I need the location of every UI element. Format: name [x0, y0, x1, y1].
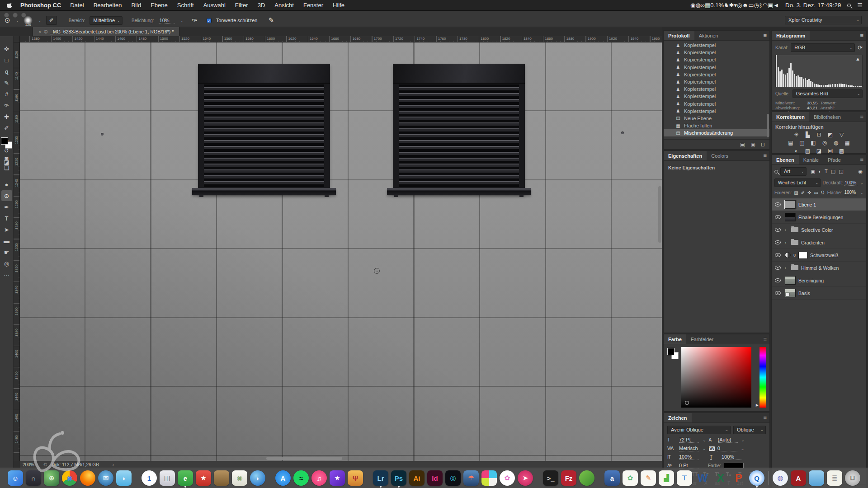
filter-type-layers-icon[interactable]: T	[825, 169, 828, 174]
menu-item[interactable]: Hilfe	[333, 2, 344, 9]
filter-pixel-layers-icon[interactable]: ▣	[811, 169, 815, 174]
layer-name[interactable]: Schwarzweiß	[810, 253, 838, 258]
layer-name[interactable]: Basis	[798, 291, 810, 296]
layer-name[interactable]: Gradienten	[801, 240, 825, 245]
history-state-row[interactable]: ♟ Kopierstempel	[664, 42, 769, 49]
mindnode[interactable]: ✿	[621, 469, 639, 487]
layer-visibility-icon[interactable]	[775, 240, 781, 244]
history-state-row[interactable]: ♟ Kopierstempel	[664, 100, 769, 108]
foreground-background-colors[interactable]	[1, 137, 13, 151]
layer-visibility-icon[interactable]	[775, 228, 781, 232]
terminal[interactable]: >_	[542, 469, 560, 487]
tab-aktionen[interactable]: Aktionen	[694, 31, 723, 40]
history-state-row[interactable]: ▤ Neue Ebene	[664, 115, 769, 122]
filter-shape-layers-icon[interactable]: ▢	[831, 169, 835, 174]
layer-thumbnail[interactable]	[785, 289, 796, 297]
layer-thumbnail[interactable]	[785, 276, 796, 285]
history-scrollbar[interactable]	[767, 114, 769, 137]
menu-item[interactable]: Schrift	[177, 2, 194, 9]
gradient-map-icon[interactable]: ⋈	[827, 148, 834, 154]
brush-panel-toggle-icon[interactable]: ✐	[46, 16, 57, 25]
leather-folder[interactable]	[212, 469, 231, 487]
twitterrific[interactable]: ◗	[115, 469, 133, 487]
quick-selection-tool[interactable]: ✎	[1, 77, 12, 88]
numbers[interactable]: ▟	[657, 469, 675, 487]
vault-app[interactable]: ◫	[158, 469, 176, 487]
history-state-row[interactable]: ♟ Kopierstempel	[664, 56, 769, 63]
trash[interactable]: ⊔	[844, 469, 862, 487]
layer-visibility-icon[interactable]	[775, 278, 781, 282]
layer-visibility-icon[interactable]	[775, 266, 781, 270]
imovie[interactable]: ★	[328, 469, 346, 487]
1password[interactable]: 1	[140, 469, 158, 487]
map-document[interactable]: ◉	[231, 469, 249, 487]
vibrance-icon[interactable]: ▽	[838, 131, 845, 138]
layer-row[interactable]: › Himmel & Wolken	[772, 262, 866, 274]
panel-color-swatches[interactable]	[667, 348, 679, 360]
quelle-select[interactable]: Gesamtes Bild	[793, 89, 863, 98]
app-menu-title[interactable]: Photoshop CC	[20, 2, 61, 9]
pressure-icon[interactable]: ✎	[268, 16, 274, 24]
layer-row[interactable]: Finale Bereinigungen	[772, 211, 866, 224]
tab-protokoll[interactable]: Protokoll	[664, 31, 694, 40]
input-icon[interactable]: ▣	[768, 2, 773, 9]
tracking-value[interactable]: 0	[717, 446, 737, 451]
layer-thumbnail[interactable]	[785, 213, 796, 221]
wunderlist[interactable]: ★	[194, 469, 212, 487]
evernote-icon[interactable]: ♞	[724, 2, 729, 9]
send-app[interactable]: ➤	[516, 469, 534, 487]
pen-tool[interactable]: ✒	[1, 202, 12, 212]
edit-toolbar[interactable]: ⋯	[1, 269, 12, 280]
marquee-tool[interactable]: □	[1, 55, 12, 66]
kerning-value[interactable]: Metrisch	[679, 446, 699, 451]
panel-menu-icon[interactable]: ≡	[860, 113, 863, 120]
finder[interactable]: ☺	[6, 469, 24, 487]
menu-bar-clock[interactable]: Do. 3. Dez. 17:49:29	[785, 2, 841, 9]
lock-paint-icon[interactable]: ✐	[801, 190, 805, 195]
move-tool[interactable]: ✜	[1, 43, 12, 54]
hand-tool[interactable]: ☛	[1, 247, 12, 258]
ruler-origin[interactable]	[14, 36, 20, 42]
lightroom[interactable]: Lr	[372, 469, 390, 487]
dodge-tool[interactable]: ⊙	[1, 190, 12, 201]
vertical-scale-value[interactable]: 100%	[679, 454, 699, 460]
layer-name[interactable]: Finale Bereinigungen	[798, 215, 843, 220]
brightness-contrast-icon[interactable]: ☀	[793, 131, 800, 138]
photo-filter-icon[interactable]: ◎	[821, 140, 828, 146]
close-tab-icon[interactable]: ×	[38, 29, 41, 34]
panel-menu-icon[interactable]: ≡	[763, 336, 767, 343]
belichtung-value[interactable]: 10%	[159, 18, 175, 23]
flaeche-value[interactable]: 100%	[844, 190, 857, 195]
layer-row[interactable]: › Gradienten	[772, 236, 866, 249]
tab-farbe[interactable]: Farbe	[664, 334, 686, 344]
posterize-icon[interactable]: ▨	[804, 148, 811, 154]
eyedropper-tool[interactable]: ✑	[1, 100, 12, 111]
lock-position-icon[interactable]: ✜	[807, 190, 811, 195]
utility-app[interactable]: ∩	[24, 469, 42, 487]
google-earth[interactable]: ◗	[249, 469, 267, 487]
alert-icon[interactable]: ◍	[695, 2, 700, 9]
history-state-row[interactable]: ♟ Kopierstempel	[664, 78, 769, 85]
crop-tool[interactable]: #	[1, 89, 12, 99]
tonwerte-checkbox[interactable]: ✓	[207, 18, 212, 23]
tab-ebenen[interactable]: Ebenen	[772, 155, 799, 164]
font-size-value[interactable]: 72 Pt	[679, 437, 699, 443]
saturation-field[interactable]	[681, 347, 751, 408]
document-tab[interactable]: × © _MG_6283-Bearbeitet.psd bei 200% (Eb…	[33, 27, 179, 36]
bereich-select[interactable]: Mitteltöne	[90, 16, 123, 25]
new-doc-from-state-icon[interactable]: ▣	[740, 141, 745, 148]
panel-menu-icon[interactable]: ≡	[763, 414, 767, 421]
status-expand-icon[interactable]: ›	[113, 462, 114, 467]
lock-transparency-icon[interactable]: ▨	[794, 190, 798, 195]
leaf-app[interactable]	[578, 469, 596, 487]
history-state-row[interactable]: ▦ Fläche füllen	[664, 122, 769, 129]
layer-row[interactable]: Bereinigung	[772, 274, 866, 287]
history-state-row[interactable]: ♟ Kopierstempel	[664, 108, 769, 115]
cpu-icon[interactable]: ▦	[705, 2, 710, 9]
shape-tool[interactable]: ▬	[1, 235, 12, 246]
excel[interactable]: X	[712, 469, 730, 487]
horizontal-scrollbar[interactable]	[266, 457, 342, 460]
exposure-icon[interactable]: ◩	[827, 131, 834, 138]
quicktime[interactable]: Q	[748, 469, 766, 487]
vertical-ruler[interactable]: 1120114011601180120012201240126012801300…	[14, 42, 20, 461]
